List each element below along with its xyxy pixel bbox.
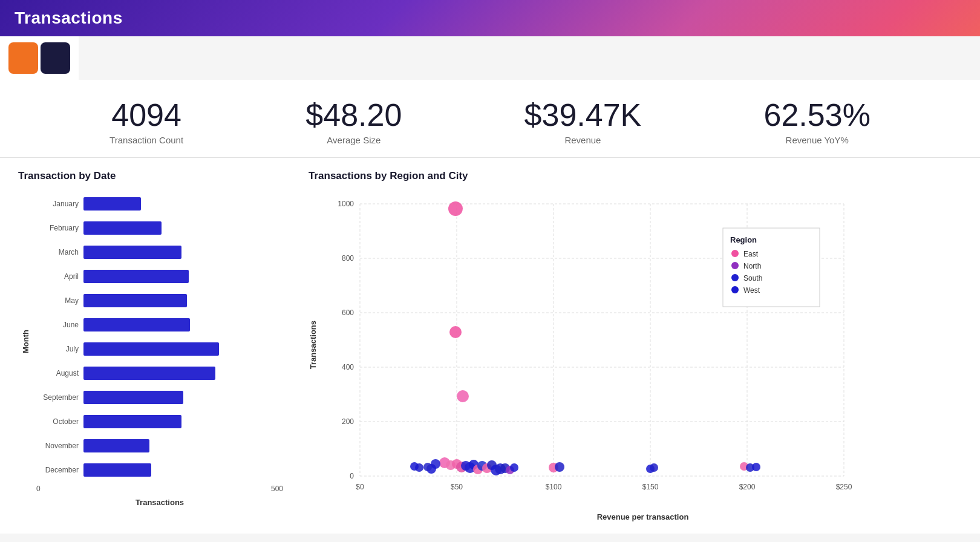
svg-point-28 <box>731 262 739 269</box>
bar-fill <box>83 463 151 477</box>
bar-month-label: June <box>35 321 83 329</box>
bar-fill <box>83 415 181 428</box>
charts-area: Transaction by Date Month JanuaryFebruar… <box>0 158 980 534</box>
bar-fill <box>83 367 215 380</box>
svg-text:$250: $250 <box>836 483 852 491</box>
bar-row: October <box>35 410 284 434</box>
kpi-revenue-yoy-value: 62.53% <box>764 98 871 132</box>
x-tick-0: 0 <box>36 485 41 493</box>
svg-text:$100: $100 <box>546 483 562 491</box>
svg-text:Region: Region <box>730 235 757 244</box>
bar-row: September <box>35 385 284 410</box>
bar-row: December <box>35 458 284 482</box>
svg-text:West: West <box>743 286 760 295</box>
bar-month-label: December <box>35 466 83 474</box>
bar-row: February <box>35 216 284 240</box>
logo-orange <box>8 42 38 74</box>
kpi-revenue-label: Revenue <box>524 135 642 145</box>
bar-month-label: October <box>35 417 83 426</box>
scatter-wrapper: Transactions .grid-line { stroke: #ddd; … <box>309 192 962 521</box>
bar-chart-y-axis-title: Month <box>21 330 30 353</box>
kpi-average-size-value: $48.20 <box>305 98 402 132</box>
bar-row: November <box>35 434 284 458</box>
svg-text:400: 400 <box>342 363 354 371</box>
svg-text:South: South <box>743 274 762 282</box>
bar-chart-section: Transaction by Date Month JanuaryFebruar… <box>18 170 284 521</box>
kpi-average-size-label: Average Size <box>305 135 402 145</box>
bar-chart-title: Transaction by Date <box>18 170 284 182</box>
svg-text:200: 200 <box>342 417 354 426</box>
scatter-dots <box>410 201 760 475</box>
scatter-dot <box>449 326 462 338</box>
bar-row: April <box>35 264 284 289</box>
svg-text:$150: $150 <box>642 483 659 491</box>
kpi-revenue-yoy-label: Revenue YoY% <box>764 135 871 145</box>
bar-fill <box>83 270 189 283</box>
bar-fill <box>83 342 219 356</box>
svg-text:North: North <box>743 262 761 270</box>
kpi-revenue-yoy: 62.53% Revenue YoY% <box>764 98 871 145</box>
kpi-transaction-count-value: 4094 <box>109 98 183 132</box>
scatter-dot <box>457 390 469 402</box>
scatter-chart-section: Transactions by Region and City Transact… <box>309 170 962 521</box>
scatter-dot <box>423 463 432 471</box>
scatter-x-axis-title: Revenue per transaction <box>324 512 962 521</box>
svg-text:600: 600 <box>342 309 354 317</box>
kpi-transaction-count-label: Transaction Count <box>109 135 183 145</box>
svg-text:0: 0 <box>350 472 354 480</box>
bar-month-label: February <box>35 224 83 232</box>
bar-month-label: July <box>35 345 83 353</box>
kpi-row: 4094 Transaction Count $48.20 Average Si… <box>0 80 980 157</box>
svg-point-26 <box>731 250 739 257</box>
kpi-revenue: $39.47K Revenue <box>524 98 642 145</box>
scatter-dot <box>510 463 518 472</box>
kpi-revenue-value: $39.47K <box>524 98 642 132</box>
bar-month-label: January <box>35 200 83 208</box>
page-title: Transactions <box>15 8 123 28</box>
bar-row: June <box>35 313 284 337</box>
bar-row: January <box>35 192 284 216</box>
logo-area <box>0 36 79 80</box>
scatter-plot-area: .grid-line { stroke: #ddd; stroke-width:… <box>324 192 962 521</box>
svg-text:$0: $0 <box>356 483 364 491</box>
svg-text:800: 800 <box>342 254 354 263</box>
bar-fill <box>83 246 181 259</box>
bar-fill <box>83 391 183 404</box>
scatter-dot <box>410 462 419 471</box>
svg-point-32 <box>731 286 739 293</box>
bar-chart-rows: JanuaryFebruaryMarchAprilMayJuneJulyAugu… <box>35 192 284 482</box>
bar-fill <box>83 197 141 211</box>
svg-text:East: East <box>743 250 759 258</box>
bar-fill <box>83 439 149 452</box>
bar-row: August <box>35 361 284 385</box>
bar-fill <box>83 318 190 331</box>
svg-text:$200: $200 <box>739 483 756 491</box>
bar-month-label: March <box>35 248 83 256</box>
bar-month-label: May <box>35 296 83 305</box>
kpi-transaction-count: 4094 Transaction Count <box>109 98 183 145</box>
bar-month-label: August <box>35 369 83 377</box>
scatter-dot <box>650 463 658 472</box>
bar-fill <box>83 221 162 235</box>
svg-point-30 <box>731 274 739 281</box>
scatter-dot <box>448 201 463 216</box>
bar-fill <box>83 294 187 307</box>
svg-text:$50: $50 <box>451 483 463 491</box>
bar-month-label: April <box>35 272 83 281</box>
bar-month-label: September <box>35 393 83 402</box>
bar-row: March <box>35 240 284 264</box>
scatter-y-axis-title: Transactions <box>309 321 318 369</box>
scatter-svg: .grid-line { stroke: #ddd; stroke-width:… <box>324 192 868 506</box>
svg-text:1000: 1000 <box>338 200 354 208</box>
scatter-dot <box>752 463 760 471</box>
bar-row: July <box>35 337 284 361</box>
bar-chart-x-axis-title: Transactions <box>136 498 184 507</box>
bar-row: May <box>35 289 284 313</box>
bar-month-label: November <box>35 442 83 450</box>
kpi-average-size: $48.20 Average Size <box>305 98 402 145</box>
x-tick-500: 500 <box>271 485 283 493</box>
scatter-chart-title: Transactions by Region and City <box>309 170 962 182</box>
scatter-dot <box>555 462 564 472</box>
header: Transactions <box>0 0 980 36</box>
logo-dark <box>41 42 70 74</box>
